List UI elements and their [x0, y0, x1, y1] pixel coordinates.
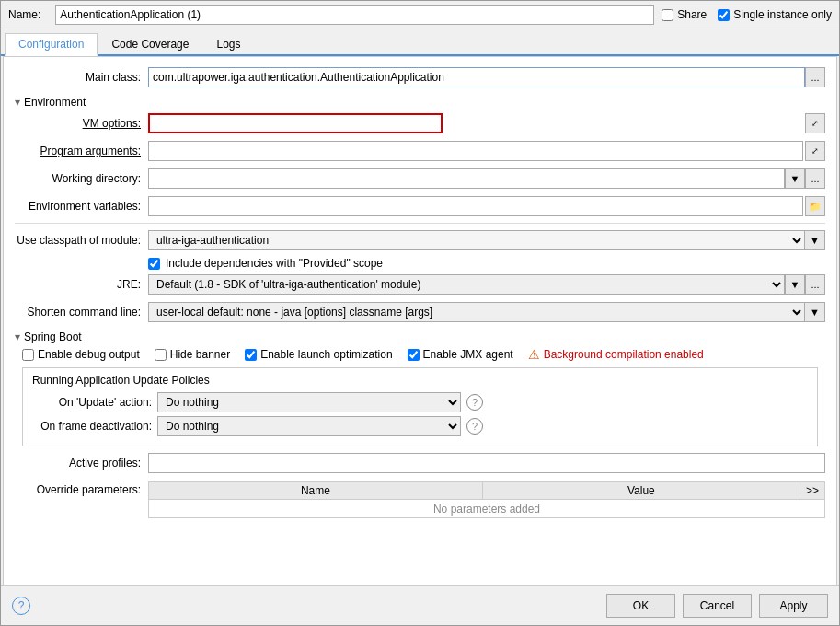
main-class-btn[interactable]: ...	[805, 67, 825, 87]
no-params-message: No parameters added	[149, 500, 825, 518]
classpath-arrow-btn[interactable]: ▼	[805, 230, 825, 250]
active-profiles-label: Active profiles:	[15, 457, 148, 470]
shorten-cmd-select-group: user-local default: none - java [options…	[148, 302, 825, 322]
env-vars-label: Environment variables:	[15, 200, 148, 213]
override-params-table: Name Value >> No parameters added	[148, 481, 825, 518]
env-vars-row: Environment variables: 📁	[15, 195, 825, 217]
single-instance-label: Single instance only	[733, 8, 832, 21]
main-class-label: Main class:	[15, 71, 148, 84]
shorten-cmd-select[interactable]: user-local default: none - java [options…	[148, 302, 805, 322]
tab-configuration[interactable]: Configuration	[5, 33, 98, 56]
env-vars-folder-btn[interactable]: 📁	[805, 196, 825, 216]
on-update-select[interactable]: Do nothing	[157, 392, 461, 412]
jmx-agent-label: Enable JMX agent	[423, 348, 513, 361]
debug-output-cb-group: Enable debug output	[22, 348, 140, 361]
env-vars-input[interactable]	[148, 196, 803, 216]
bg-compilation-label: Background compilation enabled	[544, 348, 704, 361]
vm-options-label[interactable]: VM options:	[15, 117, 148, 130]
environment-arrow: ▾	[15, 96, 20, 109]
footer: ? OK Cancel Apply	[1, 585, 839, 625]
update-policies-title: Running Application Update Policies	[32, 374, 808, 387]
spring-boot-title: Spring Boot	[24, 330, 82, 343]
classpath-label: Use classpath of module:	[15, 234, 148, 247]
jre-browse-btn[interactable]: ...	[805, 274, 825, 295]
tab-code-coverage[interactable]: Code Coverage	[98, 33, 202, 54]
name-input[interactable]	[55, 5, 654, 25]
hide-banner-checkbox[interactable]	[155, 349, 167, 361]
share-label: Share	[677, 8, 707, 21]
ok-button[interactable]: OK	[606, 594, 675, 618]
launch-opt-cb-group: Enable launch optimization	[245, 348, 392, 361]
vm-options-input-group: ⤢	[148, 113, 825, 133]
debug-output-checkbox[interactable]	[22, 349, 34, 361]
program-args-input-group: ⤢	[148, 141, 825, 161]
jre-select[interactable]: Default (1.8 - SDK of 'ultra-iga-authent…	[148, 274, 785, 295]
name-label: Name:	[8, 8, 48, 21]
help-button[interactable]: ?	[12, 597, 30, 615]
more-cols-btn[interactable]: >>	[800, 482, 824, 500]
on-update-help-icon[interactable]: ?	[466, 394, 483, 411]
on-frame-select[interactable]: Do nothing	[157, 416, 461, 436]
single-instance-checkbox[interactable]	[718, 9, 730, 21]
main-class-input[interactable]	[148, 67, 805, 87]
apply-button[interactable]: Apply	[759, 594, 828, 618]
spring-boot-arrow: ▾	[15, 330, 20, 343]
jmx-agent-checkbox[interactable]	[408, 349, 420, 361]
run-config-dialog: Name: Share Single instance only Configu…	[0, 0, 840, 626]
active-profiles-input[interactable]	[148, 453, 825, 473]
include-deps-checkbox[interactable]	[148, 258, 160, 270]
active-profiles-row: Active profiles:	[15, 452, 825, 474]
spring-boot-section: ▾ Spring Boot Enable debug output Hide b…	[15, 330, 825, 446]
vm-options-input[interactable]	[148, 113, 443, 133]
environment-header: ▾ Environment	[15, 96, 825, 109]
working-dir-input[interactable]	[148, 168, 785, 189]
on-update-label: On 'Update' action:	[32, 396, 152, 409]
shorten-cmd-arrow-btn[interactable]: ▼	[805, 302, 825, 322]
col-name: Name	[149, 482, 483, 500]
content-area: Main class: ... ▾ Environment VM options…	[3, 56, 837, 585]
bg-compilation-notice: ⚠ Background compilation enabled	[528, 347, 704, 362]
tab-logs[interactable]: Logs	[202, 33, 254, 54]
share-checkbox[interactable]	[662, 9, 673, 21]
classpath-select[interactable]: ultra-iga-authentication	[148, 230, 805, 250]
program-args-label[interactable]: Program arguments:	[15, 145, 148, 157]
cancel-button[interactable]: Cancel	[683, 594, 752, 618]
env-vars-input-group: 📁	[148, 196, 825, 216]
classpath-row: Use classpath of module: ultra-iga-authe…	[15, 229, 825, 251]
jmx-agent-cb-group: Enable JMX agent	[408, 348, 513, 361]
program-args-input[interactable]	[148, 141, 803, 161]
override-params-row: Override parameters: Name Value >> No pa…	[15, 480, 825, 518]
program-args-row: Program arguments: ⤢	[15, 140, 825, 162]
share-checkbox-group: Share	[662, 8, 707, 21]
environment-title: Environment	[24, 96, 86, 109]
shorten-cmd-label: Shorten command line:	[15, 306, 148, 319]
working-dir-row: Working directory: ▼ ...	[15, 168, 825, 190]
jre-arrow-btn[interactable]: ▼	[785, 274, 805, 295]
jre-row: JRE: Default (1.8 - SDK of 'ultra-iga-au…	[15, 273, 825, 296]
include-deps-label: Include dependencies with "Provided" sco…	[166, 257, 383, 270]
update-policies-section: Running Application Update Policies On '…	[22, 367, 818, 446]
main-class-input-group: ...	[148, 67, 825, 87]
jre-label: JRE:	[15, 278, 148, 291]
footer-left: ?	[12, 597, 599, 615]
vm-options-row: VM options: ⤢	[15, 112, 825, 134]
working-dir-arrow[interactable]: ▼	[785, 168, 805, 189]
working-dir-browse-btn[interactable]: ...	[805, 168, 825, 189]
warn-icon: ⚠	[528, 347, 540, 362]
program-args-expand-btn[interactable]: ⤢	[805, 141, 825, 161]
single-instance-checkbox-group: Single instance only	[718, 8, 832, 21]
launch-opt-label: Enable launch optimization	[260, 348, 392, 361]
classpath-select-group: ultra-iga-authentication ▼	[148, 230, 825, 250]
working-dir-label: Working directory:	[15, 172, 148, 185]
debug-output-label: Enable debug output	[38, 348, 140, 361]
tabs: Configuration Code Coverage Logs	[1, 29, 839, 56]
on-frame-row: On frame deactivation: Do nothing ?	[32, 416, 808, 436]
vm-options-expand-btn[interactable]: ⤢	[805, 113, 825, 133]
jre-input-group: Default (1.8 - SDK of 'ultra-iga-authent…	[148, 274, 825, 295]
title-bar-right: Share Single instance only	[662, 8, 832, 21]
on-frame-help-icon[interactable]: ?	[466, 418, 483, 435]
title-bar: Name: Share Single instance only	[1, 1, 839, 29]
on-update-row: On 'Update' action: Do nothing ?	[32, 392, 808, 412]
launch-opt-checkbox[interactable]	[245, 349, 257, 361]
spring-checkboxes: Enable debug output Hide banner Enable l…	[22, 347, 825, 362]
